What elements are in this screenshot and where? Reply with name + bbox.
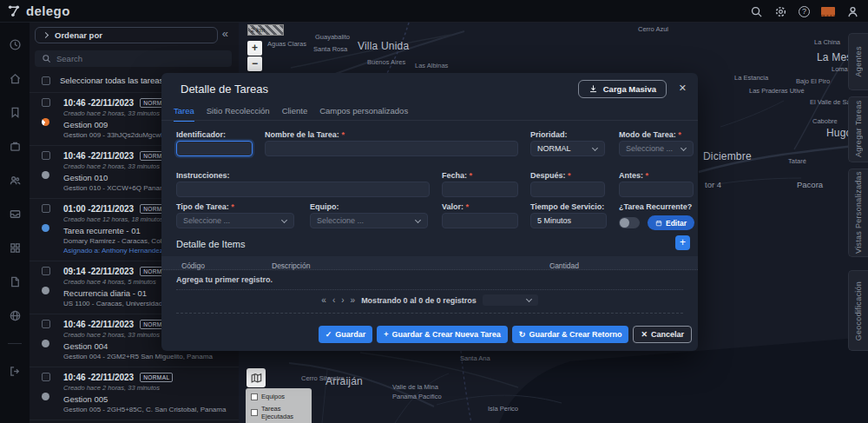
clock-icon[interactable] bbox=[9, 38, 22, 51]
user-icon[interactable] bbox=[846, 5, 859, 18]
items-table-header: Código ↑↓ Descripción ↑↓ Cantidad ↑↓ bbox=[161, 256, 698, 270]
instrucciones-input[interactable] bbox=[176, 182, 430, 197]
task-datetime: 10:46 -22/11/2023 bbox=[63, 320, 134, 329]
despues-input[interactable] bbox=[530, 182, 605, 197]
field-fecha: Fecha: bbox=[442, 171, 518, 197]
chevron-down-icon bbox=[681, 145, 687, 151]
status-dot bbox=[42, 287, 49, 294]
field-antes: Antes: bbox=[619, 171, 694, 197]
select-all-checkbox[interactable] bbox=[42, 76, 50, 85]
tab-vistas-personalizadas[interactable]: Vistas Personalizadas bbox=[848, 169, 868, 257]
status-dot bbox=[42, 118, 49, 126]
cancelar-button[interactable]: ✕ Cancelar bbox=[633, 326, 692, 343]
document-icon[interactable] bbox=[9, 275, 22, 288]
guardar-crear-nueva-button[interactable]: + Guardar & Crear Nueva Tarea bbox=[377, 326, 508, 343]
task-checkbox[interactable] bbox=[42, 267, 50, 275]
prev-page-button[interactable]: ‹ bbox=[332, 295, 335, 305]
chevron-down-icon bbox=[415, 217, 421, 223]
modo-tarea-select[interactable]: Seleccione ... bbox=[619, 141, 694, 156]
briefcase-icon[interactable] bbox=[9, 140, 22, 153]
modal-footer: ✓ Guardar + Guardar & Crear Nueva Tarea … bbox=[319, 326, 692, 343]
task-created-ago: Creado hace 2 horas, 33 minutos bbox=[63, 162, 173, 170]
x-icon: ✕ bbox=[641, 330, 648, 339]
equipos-checkbox[interactable] bbox=[251, 393, 258, 400]
task-checkbox[interactable] bbox=[42, 373, 50, 381]
first-page-button[interactable]: « bbox=[321, 295, 326, 305]
inbox-icon[interactable] bbox=[9, 208, 22, 221]
pagination-status: Mostrando 0 al 0 de 0 registros bbox=[361, 296, 477, 305]
field-tipo: Tipo de Tarea: Seleccione ... bbox=[176, 202, 294, 228]
tab-agregar-tareas[interactable]: Agregar Tareas bbox=[848, 96, 868, 162]
app-root: delego ? bbox=[0, 0, 868, 423]
collapse-panel-button[interactable]: « bbox=[222, 27, 228, 40]
editar-button[interactable]: Editar bbox=[648, 215, 694, 230]
app-logo[interactable]: delego bbox=[7, 3, 70, 18]
check-icon: ✓ bbox=[326, 330, 332, 339]
tipo-tarea-select[interactable]: Seleccione ... bbox=[176, 213, 294, 228]
legend-label: Equipos bbox=[261, 393, 285, 400]
items-pagination: « ‹ › » Mostrando 0 al 0 de 0 registros bbox=[161, 294, 698, 306]
add-item-button[interactable]: + bbox=[675, 235, 690, 250]
task-detail-modal: Detalle de Tareas Carga Masiva ✕ Tarea S… bbox=[161, 73, 698, 351]
bulk-upload-button[interactable]: Carga Masiva bbox=[578, 80, 667, 98]
task-header-row: 10:46 -22/11/2023NORMAL bbox=[63, 373, 226, 382]
close-icon[interactable]: ✕ bbox=[679, 83, 687, 94]
task-item-left bbox=[42, 267, 63, 307]
zoom-out-button[interactable]: − bbox=[247, 56, 262, 71]
prioridad-select[interactable]: NORMAL bbox=[530, 141, 605, 156]
valor-input[interactable] bbox=[442, 213, 518, 228]
page-size-select[interactable] bbox=[483, 294, 538, 306]
home-icon[interactable] bbox=[9, 72, 22, 85]
task-datetime: 01:00 -22/11/2023 bbox=[63, 204, 134, 214]
task-checkbox[interactable] bbox=[42, 320, 50, 328]
task-checkbox[interactable] bbox=[42, 204, 50, 213]
identificador-input[interactable] bbox=[176, 141, 253, 156]
map-layers-button[interactable] bbox=[247, 368, 266, 387]
empty-table-message: Agrega tu primer registro. bbox=[176, 275, 273, 284]
tiempo-servicio-input[interactable]: 5 Minutos bbox=[530, 213, 607, 228]
task-checkbox[interactable] bbox=[42, 98, 50, 107]
task-item-body: 10:46 -22/11/2023NORMALCreado hace 2 hor… bbox=[63, 373, 226, 413]
bookmark-icon[interactable] bbox=[9, 106, 22, 119]
task-subtitle: Gestion 010 - XCCW+6Q Panama bbox=[63, 184, 173, 192]
task-item-left bbox=[42, 373, 63, 413]
task-checkbox[interactable] bbox=[42, 151, 50, 160]
flag-icon[interactable] bbox=[821, 7, 835, 17]
field-equipo: Equipo: Seleccione ... bbox=[310, 202, 428, 228]
tareas-ejecutadas-checkbox[interactable] bbox=[251, 409, 258, 416]
users-icon[interactable] bbox=[9, 174, 22, 187]
guardar-button[interactable]: ✓ Guardar bbox=[319, 326, 373, 343]
topbar-icons: ? bbox=[750, 0, 859, 23]
status-dot bbox=[42, 224, 49, 232]
guardar-crear-retorno-button[interactable]: ↻ Guardar & Crear Retorno bbox=[512, 326, 629, 343]
field-identificador: Identificador: bbox=[176, 130, 253, 156]
next-page-button[interactable]: › bbox=[341, 295, 344, 305]
tab-agentes[interactable]: Agentes bbox=[848, 33, 868, 90]
tab-geocodificacion[interactable]: Geocodificación bbox=[848, 270, 868, 351]
tabs-divider bbox=[161, 120, 698, 121]
task-item[interactable]: 10:46 -22/11/2023NORMALCreado hace 2 hor… bbox=[30, 367, 239, 420]
search-box bbox=[35, 50, 232, 67]
task-header-row: 10:46 -22/11/2023NORMAL bbox=[63, 151, 173, 161]
legend-row-equipos: Equipos bbox=[251, 393, 306, 400]
zoom-in-button[interactable]: + bbox=[247, 41, 262, 56]
recurrente-toggle[interactable] bbox=[619, 217, 640, 228]
gear-icon[interactable] bbox=[774, 5, 787, 18]
fecha-input[interactable] bbox=[442, 182, 518, 197]
sort-icon: ↑↓ bbox=[272, 261, 278, 268]
globe-icon[interactable] bbox=[9, 309, 22, 322]
select-all-label: Seleccionar todas las tareas bbox=[60, 76, 163, 85]
search-input[interactable] bbox=[56, 54, 195, 63]
nombre-tarea-input[interactable] bbox=[265, 141, 518, 156]
task-subtitle: Gestion 004 - 2GM2+R5 San Miguelito, Pan… bbox=[63, 353, 213, 360]
search-icon[interactable] bbox=[750, 5, 763, 18]
task-item-left bbox=[42, 151, 63, 192]
equipo-select[interactable]: Seleccione ... bbox=[310, 213, 428, 228]
left-rail bbox=[0, 23, 30, 423]
logout-icon[interactable] bbox=[9, 365, 22, 378]
sort-by-button[interactable]: Ordenar por bbox=[35, 27, 218, 43]
antes-input[interactable] bbox=[619, 182, 694, 197]
last-page-button[interactable]: » bbox=[351, 295, 356, 305]
help-icon[interactable]: ? bbox=[799, 6, 810, 17]
grid-icon[interactable] bbox=[9, 241, 22, 254]
